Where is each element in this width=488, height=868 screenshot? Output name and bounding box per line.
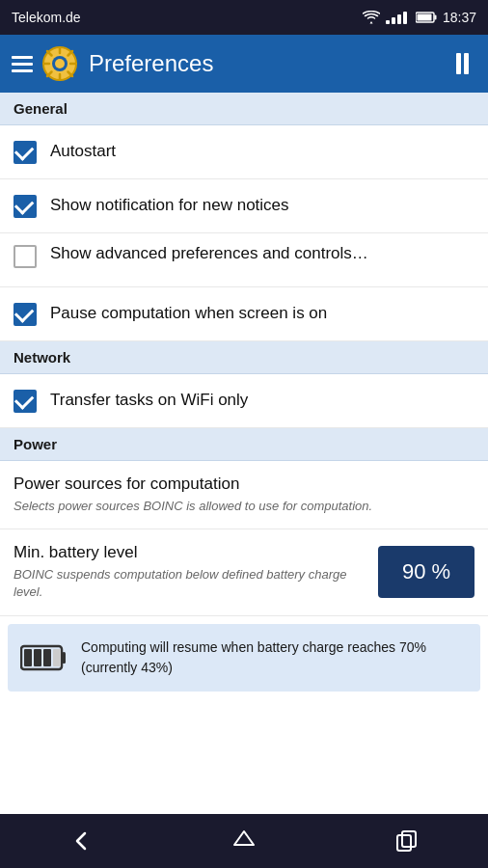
section-header-power: Power: [0, 428, 488, 461]
hamburger-menu-icon[interactable]: [12, 56, 33, 72]
pref-wifi-only-label: Transfer tasks on WiFi only: [50, 390, 248, 411]
svg-point-5: [55, 59, 65, 68]
nav-bar: [0, 814, 488, 868]
svg-rect-17: [34, 649, 41, 666]
pref-power-sources-desc: Selects power sources BOINC is allowed t…: [14, 498, 474, 515]
recents-button[interactable]: [378, 822, 436, 860]
info-banner: Computing will resume when battery charg…: [8, 624, 480, 692]
carrier-label: Telekom.de: [12, 10, 81, 25]
checkbox-show-advanced[interactable]: [14, 245, 37, 268]
pref-min-battery-info: Min. battery level BOINC suspends comput…: [14, 543, 366, 601]
svg-rect-2: [417, 14, 431, 21]
battery-charging-icon: [19, 642, 68, 673]
svg-rect-22: [402, 831, 416, 847]
pref-min-battery[interactable]: Min. battery level BOINC suspends comput…: [0, 529, 488, 615]
checkbox-autostart[interactable]: [14, 141, 37, 164]
svg-rect-1: [434, 15, 436, 20]
app-bar-title: Preferences: [89, 50, 448, 77]
pref-show-notifications-label: Show notification for new notices: [50, 195, 289, 216]
checkbox-show-notifications[interactable]: [14, 195, 37, 218]
pref-power-sources[interactable]: Power sources for computation Selects po…: [0, 461, 488, 529]
pref-pause-computation[interactable]: Pause computation when screen is on: [0, 287, 488, 341]
pref-min-battery-title: Min. battery level: [14, 543, 366, 562]
pref-autostart-label: Autostart: [50, 141, 116, 162]
wifi-icon: [363, 11, 380, 24]
pref-show-advanced-label: Show advanced preferences and controls…: [50, 243, 368, 264]
back-button[interactable]: [52, 822, 110, 860]
status-icons: 18:37: [363, 10, 476, 25]
status-bar: Telekom.de 18:37: [0, 0, 488, 35]
pref-power-sources-title: Power sources for computation: [14, 475, 474, 494]
carrier: Telekom.de: [12, 10, 81, 25]
battery-level-badge[interactable]: 90 %: [378, 546, 474, 598]
time-label: 18:37: [443, 10, 476, 25]
pref-pause-computation-label: Pause computation when screen is on: [50, 303, 327, 324]
checkbox-wifi-only[interactable]: [14, 390, 37, 413]
svg-rect-15: [63, 652, 67, 664]
pref-show-advanced[interactable]: Show advanced preferences and controls…: [0, 233, 488, 287]
pref-wifi-only[interactable]: Transfer tasks on WiFi only: [0, 374, 488, 428]
home-button[interactable]: [215, 822, 273, 860]
svg-rect-16: [24, 649, 32, 666]
section-header-general: General: [0, 93, 488, 125]
section-header-network: Network: [0, 341, 488, 374]
signal-icon: [386, 12, 407, 24]
info-banner-text: Computing will resume when battery charg…: [81, 637, 469, 678]
svg-rect-18: [43, 649, 51, 666]
svg-rect-19: [53, 649, 61, 666]
battery-status-icon: [416, 12, 437, 23]
pref-show-notifications[interactable]: Show notification for new notices: [0, 179, 488, 233]
pause-button[interactable]: [448, 45, 476, 82]
app-bar: Preferences: [0, 35, 488, 93]
checkbox-pause-computation[interactable]: [14, 303, 37, 326]
pref-min-battery-desc: BOINC suspends computation below defined…: [14, 566, 366, 601]
preferences-content: General Autostart Show notification for …: [0, 93, 488, 814]
pref-autostart[interactable]: Autostart: [0, 125, 488, 179]
svg-marker-20: [234, 831, 254, 845]
svg-rect-21: [397, 835, 411, 851]
app-logo-icon: [41, 44, 79, 83]
